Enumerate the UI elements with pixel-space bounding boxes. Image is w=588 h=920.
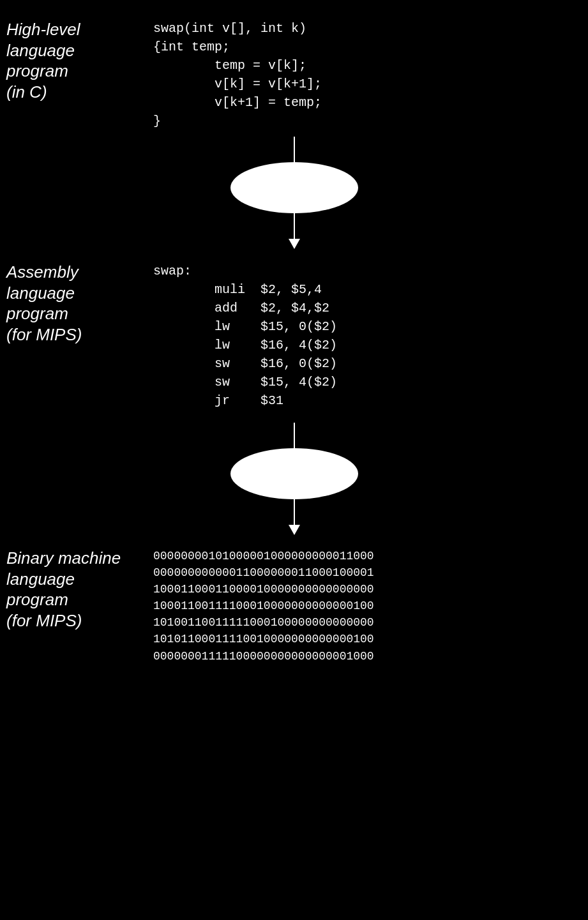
connector2-arrowhead — [289, 525, 300, 535]
highlevel-code: swap(int v[], int k) {int temp; temp = v… — [153, 19, 588, 130]
assembly-code: swap: muli $2, $5,4 add $2, $4,$2 lw $15… — [153, 262, 588, 410]
binary-label: Binary machine language program (for MIP… — [6, 548, 147, 631]
section-assembly: Assembly language program (for MIPS) swa… — [0, 255, 588, 410]
connector1-arrowhead — [289, 239, 300, 249]
connector2-ellipse — [230, 448, 358, 499]
binary-label-col: Binary machine language program (for MIP… — [0, 548, 147, 631]
connector1-line-bottom — [294, 213, 295, 239]
assembly-label: Assembly language program (for MIPS) — [6, 262, 147, 345]
connector1 — [0, 137, 588, 249]
connector1-ellipse — [230, 162, 358, 213]
binary-content: 00000000101000001000000000011000 0000000… — [147, 548, 588, 665]
connector2 — [0, 423, 588, 535]
connector2-line-bottom — [294, 499, 295, 525]
assembly-content: swap: muli $2, $5,4 add $2, $4,$2 lw $15… — [147, 262, 588, 410]
section-highlevel: High-level language program (in C) swap(… — [0, 13, 588, 130]
connector1-line-top — [294, 137, 295, 162]
assembly-label-col: Assembly language program (for MIPS) — [0, 262, 147, 345]
highlevel-label-col: High-level language program (in C) — [0, 19, 147, 102]
binary-code: 00000000101000001000000000011000 0000000… — [153, 548, 588, 665]
connector2-line-top — [294, 423, 295, 448]
section-binary: Binary machine language program (for MIP… — [0, 541, 588, 665]
highlevel-label: High-level language program (in C) — [6, 19, 147, 102]
highlevel-content: swap(int v[], int k) {int temp; temp = v… — [147, 19, 588, 130]
page-container: High-level language program (in C) swap(… — [0, 0, 588, 920]
